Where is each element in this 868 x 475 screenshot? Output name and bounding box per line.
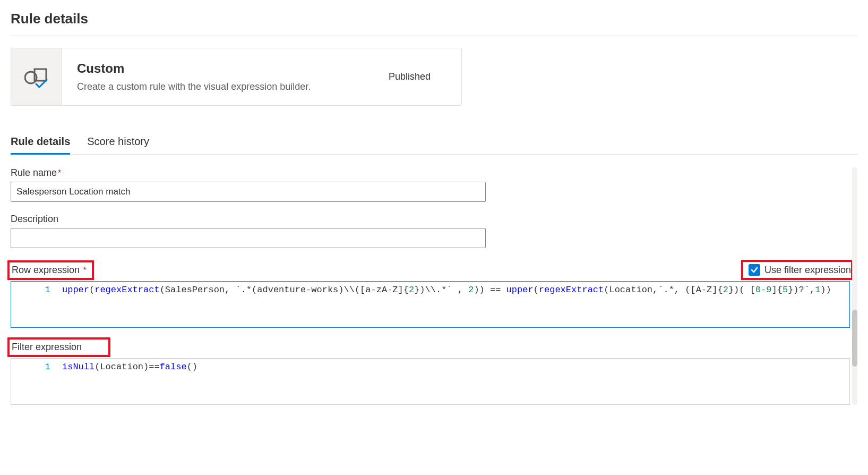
tab-rule-details[interactable]: Rule details xyxy=(11,132,70,155)
required-indicator: * xyxy=(58,168,61,177)
rule-name-label: Rule name xyxy=(11,167,57,179)
required-indicator: * xyxy=(81,266,87,275)
line-number: 1 xyxy=(11,359,62,375)
description-field: Description xyxy=(11,214,857,248)
tab-score-history[interactable]: Score history xyxy=(87,132,149,155)
description-label: Description xyxy=(11,214,58,225)
use-filter-checkbox[interactable] xyxy=(749,264,760,276)
use-filter-highlight: Use filter expression xyxy=(741,260,853,280)
row-expression-editor[interactable]: 1 upper(regexExtract(SalesPerson, `.*(ad… xyxy=(11,281,850,328)
custom-rule-icon xyxy=(11,48,62,105)
page-title: Rule details xyxy=(11,11,857,36)
card-description: Create a custom rule with the visual exp… xyxy=(77,81,389,92)
row-expression-highlight: Row expression * xyxy=(7,260,94,280)
scrollbar-thumb[interactable] xyxy=(852,310,857,367)
scrollbar[interactable] xyxy=(852,167,857,405)
card-title: Custom xyxy=(77,61,389,76)
card-status: Published xyxy=(389,71,446,82)
description-input[interactable] xyxy=(11,228,486,248)
filter-expression-label: Filter expression xyxy=(12,342,82,353)
tabs: Rule details Score history xyxy=(11,132,857,155)
row-expression-label: Row expression xyxy=(12,265,80,276)
use-filter-label: Use filter expression xyxy=(764,265,851,276)
filter-expression-highlight: Filter expression xyxy=(7,337,110,357)
rule-name-field: Rule name* xyxy=(11,167,857,202)
line-number: 1 xyxy=(11,282,62,298)
row-expression-code[interactable]: upper(regexExtract(SalesPerson, `.*(adve… xyxy=(62,282,836,298)
filter-expression-editor[interactable]: 1 isNull(Location)==false() xyxy=(11,358,850,405)
filter-expression-code[interactable]: isNull(Location)==false() xyxy=(62,359,202,375)
rule-name-input[interactable] xyxy=(11,182,486,202)
rule-type-card: Custom Create a custom rule with the vis… xyxy=(11,48,462,106)
